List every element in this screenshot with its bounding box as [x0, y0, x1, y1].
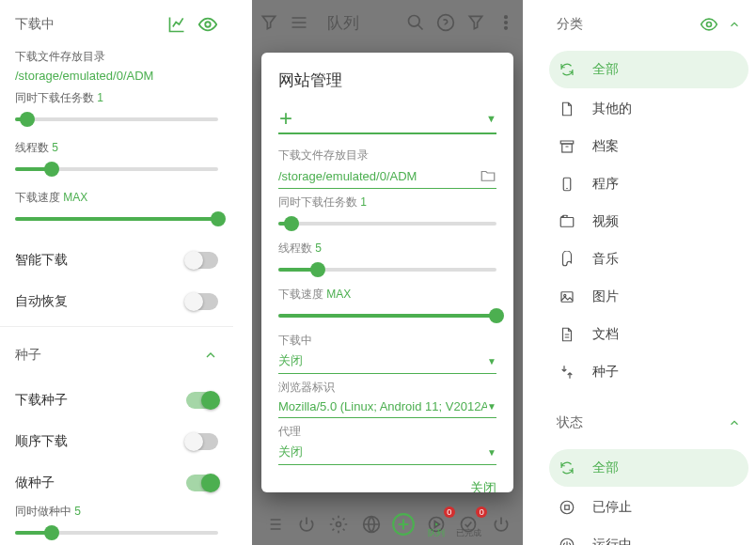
filter-label: 其他的	[592, 101, 632, 117]
svg-point-17	[560, 501, 574, 514]
chart-icon[interactable]	[167, 15, 186, 34]
download-seed-row[interactable]: 下载种子	[0, 380, 233, 421]
category-header[interactable]: 分类	[542, 0, 756, 49]
eye-icon[interactable]	[700, 15, 718, 34]
filter-item-file[interactable]: 其他的	[542, 90, 756, 128]
svg-point-3	[505, 16, 508, 19]
smart-download-toggle[interactable]	[186, 252, 218, 269]
tasks-label: 同时下载任务数 1	[278, 195, 496, 210]
proxy-label: 代理	[278, 424, 496, 440]
filter-label: 图片	[592, 288, 619, 305]
filter-item-torrent[interactable]: 种子	[542, 353, 756, 391]
globe-icon[interactable]	[357, 510, 386, 538]
svg-point-4	[505, 22, 508, 24]
filter-item-archive[interactable]: 档案	[542, 128, 756, 165]
speed-label: 下载速度 MAX	[0, 190, 233, 206]
eye-icon[interactable]	[197, 14, 218, 35]
filter-item-image[interactable]: 图片	[542, 278, 756, 316]
video-icon	[559, 213, 575, 230]
svg-rect-18	[565, 506, 570, 510]
close-button[interactable]: 关闭	[278, 471, 496, 492]
dir-field[interactable]: /storage/emulated/0/ADM	[278, 164, 496, 189]
power-icon[interactable]	[292, 510, 321, 538]
threads-slider[interactable]	[15, 158, 218, 180]
filter-item-doc[interactable]: 文档	[542, 316, 756, 353]
bottombar: 0队列 0已完成	[252, 504, 523, 545]
filter-label: 音乐	[592, 251, 619, 268]
tasks-slider[interactable]	[15, 108, 218, 131]
svg-point-6	[337, 522, 341, 527]
music-icon	[559, 251, 575, 268]
auto-resume-row[interactable]: 自动恢复	[0, 281, 233, 322]
done-tab[interactable]: 0已完成	[454, 510, 482, 538]
filter-item-phone[interactable]: 程序	[542, 165, 756, 203]
filter-item-video[interactable]: 视频	[542, 203, 756, 241]
search-icon[interactable]	[406, 13, 425, 32]
menu-icon[interactable]	[290, 13, 308, 32]
filter-item-music[interactable]: 音乐	[542, 241, 756, 278]
download-seed-toggle[interactable]	[186, 392, 218, 409]
filter-label: 全部	[592, 459, 619, 476]
help-icon[interactable]	[436, 13, 455, 32]
svg-rect-14	[560, 218, 574, 227]
seq-download-toggle[interactable]	[186, 433, 218, 450]
state-header[interactable]: 状态	[542, 398, 756, 447]
gear-icon[interactable]	[324, 510, 353, 538]
threads-slider[interactable]	[278, 258, 496, 281]
downloading-field[interactable]: 关闭▼	[278, 349, 496, 374]
seed-header[interactable]: 种子	[0, 331, 233, 380]
phone-icon	[559, 176, 575, 193]
filter2-icon[interactable]	[466, 13, 485, 32]
svg-rect-15	[561, 292, 573, 303]
doc-icon	[559, 326, 575, 343]
filter-label: 文档	[592, 326, 619, 343]
ua-field[interactable]: Mozilla/5.0 (Linux; Android 11; V2012A B…	[278, 396, 496, 418]
chevron-up-icon	[728, 416, 741, 429]
filter-label: 运行中	[592, 537, 632, 545]
svg-point-5	[505, 27, 508, 30]
refresh-icon	[559, 459, 575, 476]
chevron-up-icon	[203, 348, 218, 363]
list-icon[interactable]	[260, 510, 288, 538]
file-icon	[559, 101, 575, 117]
filter-item-refresh[interactable]: 全部	[549, 449, 748, 487]
speed-label: 下载速度 MAX	[278, 287, 496, 303]
filter-label: 种子	[592, 364, 619, 381]
filter-panel: 分类 全部其他的档案程序视频音乐图片文档种子 状态 全部已停止运行中 时间	[542, 0, 756, 545]
filter-label: 档案	[592, 138, 619, 155]
torrent-icon	[559, 364, 575, 381]
queue-panel: 队列 网站管理 + ▼ 下载文件存放目录 /storage/emulated/0…	[252, 0, 523, 545]
filter-label: 全部	[592, 61, 619, 78]
dir-path[interactable]: /storage/emulated/0/ADM	[0, 65, 233, 90]
filter-label: 已停止	[592, 499, 632, 516]
filter-item-power[interactable]: 运行中	[542, 526, 756, 545]
queue-tab[interactable]: 0队列	[422, 510, 450, 538]
auto-resume-toggle[interactable]	[186, 293, 218, 310]
svg-point-11	[707, 23, 712, 27]
downloading-header[interactable]: 下载中	[0, 0, 233, 49]
stop-icon	[559, 499, 575, 516]
more-icon[interactable]	[496, 13, 515, 32]
add-site-row[interactable]: + ▼	[278, 104, 496, 134]
folder-icon	[480, 167, 496, 184]
plus-icon[interactable]: +	[278, 105, 293, 132]
filter-icon[interactable]	[260, 13, 278, 32]
proxy-field[interactable]: 关闭▼	[278, 440, 496, 465]
be-seed-toggle[interactable]	[186, 475, 218, 491]
tasks-label: 同时下载任务数 1	[0, 90, 233, 106]
seed-tasks-slider[interactable]	[15, 522, 218, 544]
smart-download-row[interactable]: 智能下载	[0, 240, 233, 281]
be-seed-row[interactable]: 做种子	[0, 462, 233, 504]
power2-icon[interactable]	[487, 510, 515, 538]
power-icon	[559, 537, 575, 545]
filter-item-refresh[interactable]: 全部	[549, 51, 748, 88]
image-icon	[559, 288, 575, 305]
filter-item-stop[interactable]: 已停止	[542, 489, 756, 526]
dropdown-icon[interactable]: ▼	[486, 113, 496, 124]
dir-label: 下载文件存放目录	[0, 49, 233, 65]
speed-slider[interactable]	[15, 208, 218, 230]
add-button[interactable]	[389, 510, 417, 538]
tasks-slider[interactable]	[278, 212, 496, 235]
seq-download-row[interactable]: 顺序下载	[0, 421, 233, 462]
speed-slider[interactable]	[278, 304, 496, 327]
